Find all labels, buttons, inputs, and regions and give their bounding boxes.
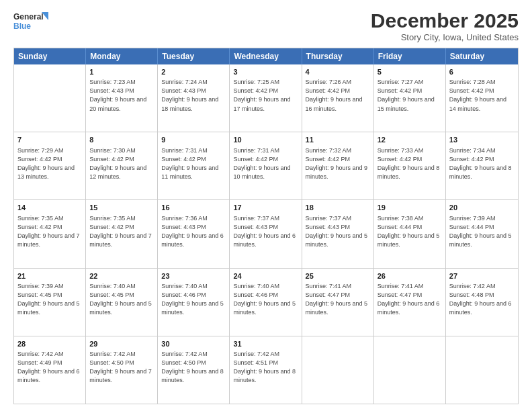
day-number: 23 <box>161 271 226 281</box>
cell-info: Sunrise: 7:36 AM Sunset: 4:43 PM Dayligh… <box>161 214 226 249</box>
day-number: 24 <box>233 271 298 281</box>
calendar-cell-2-1: 15Sunrise: 7:35 AM Sunset: 4:42 PM Dayli… <box>86 200 158 267</box>
calendar-cell-1-6: 13Sunrise: 7:34 AM Sunset: 4:42 PM Dayli… <box>446 132 518 199</box>
cell-info: Sunrise: 7:24 AM Sunset: 4:43 PM Dayligh… <box>161 78 226 113</box>
header-day-thursday: Thursday <box>302 48 374 64</box>
day-number: 27 <box>449 271 515 281</box>
calendar-row-4: 28Sunrise: 7:42 AM Sunset: 4:49 PM Dayli… <box>14 336 518 404</box>
cell-info: Sunrise: 7:37 AM Sunset: 4:43 PM Dayligh… <box>233 214 298 249</box>
calendar: SundayMondayTuesdayWednesdayThursdayFrid… <box>13 48 519 404</box>
cell-info: Sunrise: 7:41 AM Sunset: 4:47 PM Dayligh… <box>306 282 370 317</box>
svg-text:General: General <box>13 12 44 21</box>
calendar-row-1: 7Sunrise: 7:29 AM Sunset: 4:42 PM Daylig… <box>14 132 518 199</box>
page: GeneralBlue December 2025 Story City, Io… <box>0 0 532 411</box>
calendar-cell-0-5: 5Sunrise: 7:27 AM Sunset: 4:42 PM Daylig… <box>374 64 446 132</box>
calendar-cell-4-2: 30Sunrise: 7:42 AM Sunset: 4:50 PM Dayli… <box>158 336 230 404</box>
calendar-cell-3-3: 24Sunrise: 7:40 AM Sunset: 4:46 PM Dayli… <box>230 269 302 336</box>
header-day-saturday: Saturday <box>446 48 518 64</box>
calendar-cell-3-4: 25Sunrise: 7:41 AM Sunset: 4:47 PM Dayli… <box>302 269 374 336</box>
cell-info: Sunrise: 7:38 AM Sunset: 4:44 PM Dayligh… <box>378 214 442 249</box>
day-number: 28 <box>17 339 82 349</box>
cell-info: Sunrise: 7:34 AM Sunset: 4:42 PM Dayligh… <box>449 146 515 181</box>
day-number: 14 <box>17 203 82 213</box>
calendar-cell-1-3: 10Sunrise: 7:31 AM Sunset: 4:42 PM Dayli… <box>230 132 302 199</box>
day-number: 7 <box>17 135 82 145</box>
calendar-cell-0-0 <box>14 64 86 132</box>
calendar-cell-0-2: 2Sunrise: 7:24 AM Sunset: 4:43 PM Daylig… <box>158 64 230 132</box>
header-day-wednesday: Wednesday <box>230 48 302 64</box>
header-day-friday: Friday <box>374 48 446 64</box>
day-number: 17 <box>233 203 298 213</box>
calendar-cell-3-1: 22Sunrise: 7:40 AM Sunset: 4:45 PM Dayli… <box>86 269 158 336</box>
day-number: 31 <box>233 339 298 349</box>
cell-info: Sunrise: 7:40 AM Sunset: 4:45 PM Dayligh… <box>89 282 154 317</box>
day-number: 30 <box>161 339 226 349</box>
calendar-cell-2-0: 14Sunrise: 7:35 AM Sunset: 4:42 PM Dayli… <box>14 200 86 267</box>
day-number: 13 <box>449 135 515 145</box>
cell-info: Sunrise: 7:31 AM Sunset: 4:42 PM Dayligh… <box>161 146 226 181</box>
cell-info: Sunrise: 7:42 AM Sunset: 4:49 PM Dayligh… <box>17 350 82 385</box>
day-number: 3 <box>233 67 298 77</box>
calendar-cell-4-5 <box>374 336 446 404</box>
day-number: 29 <box>89 339 154 349</box>
day-number: 15 <box>89 203 154 213</box>
calendar-row-2: 14Sunrise: 7:35 AM Sunset: 4:42 PM Dayli… <box>14 199 518 267</box>
day-number: 6 <box>449 67 515 77</box>
calendar-cell-0-1: 1Sunrise: 7:23 AM Sunset: 4:43 PM Daylig… <box>86 64 158 132</box>
calendar-cell-1-2: 9Sunrise: 7:31 AM Sunset: 4:42 PM Daylig… <box>158 132 230 199</box>
cell-info: Sunrise: 7:35 AM Sunset: 4:42 PM Dayligh… <box>17 214 82 249</box>
calendar-cell-0-6: 6Sunrise: 7:28 AM Sunset: 4:42 PM Daylig… <box>446 64 518 132</box>
header-day-sunday: Sunday <box>14 48 86 64</box>
cell-info: Sunrise: 7:41 AM Sunset: 4:47 PM Dayligh… <box>378 282 442 317</box>
cell-info: Sunrise: 7:27 AM Sunset: 4:42 PM Dayligh… <box>378 78 442 113</box>
calendar-cell-4-4 <box>302 336 374 404</box>
calendar-cell-2-4: 18Sunrise: 7:37 AM Sunset: 4:43 PM Dayli… <box>302 200 374 267</box>
cell-info: Sunrise: 7:35 AM Sunset: 4:42 PM Dayligh… <box>89 214 154 249</box>
cell-info: Sunrise: 7:32 AM Sunset: 4:42 PM Dayligh… <box>306 146 370 181</box>
calendar-cell-1-5: 12Sunrise: 7:33 AM Sunset: 4:42 PM Dayli… <box>374 132 446 199</box>
cell-info: Sunrise: 7:42 AM Sunset: 4:48 PM Dayligh… <box>449 282 515 317</box>
cell-info: Sunrise: 7:33 AM Sunset: 4:42 PM Dayligh… <box>378 146 442 181</box>
cell-info: Sunrise: 7:28 AM Sunset: 4:42 PM Dayligh… <box>449 78 515 113</box>
cell-info: Sunrise: 7:40 AM Sunset: 4:46 PM Dayligh… <box>161 282 226 317</box>
logo-svg: GeneralBlue <box>13 11 48 32</box>
cell-info: Sunrise: 7:39 AM Sunset: 4:44 PM Dayligh… <box>449 214 515 249</box>
day-number: 22 <box>89 271 154 281</box>
calendar-cell-4-3: 31Sunrise: 7:42 AM Sunset: 4:51 PM Dayli… <box>230 336 302 404</box>
cell-info: Sunrise: 7:29 AM Sunset: 4:42 PM Dayligh… <box>17 146 82 181</box>
cell-info: Sunrise: 7:39 AM Sunset: 4:45 PM Dayligh… <box>17 282 82 317</box>
header: GeneralBlue December 2025 Story City, Io… <box>13 11 519 42</box>
day-number: 5 <box>378 67 442 77</box>
calendar-cell-1-1: 8Sunrise: 7:30 AM Sunset: 4:42 PM Daylig… <box>86 132 158 199</box>
day-number: 2 <box>161 67 226 77</box>
day-number: 21 <box>17 271 82 281</box>
calendar-cell-2-2: 16Sunrise: 7:36 AM Sunset: 4:43 PM Dayli… <box>158 200 230 267</box>
cell-info: Sunrise: 7:26 AM Sunset: 4:42 PM Dayligh… <box>306 78 370 113</box>
calendar-cell-0-3: 3Sunrise: 7:25 AM Sunset: 4:42 PM Daylig… <box>230 64 302 132</box>
day-number: 20 <box>449 203 515 213</box>
day-number: 1 <box>89 67 154 77</box>
day-number: 8 <box>89 135 154 145</box>
day-number: 10 <box>233 135 298 145</box>
cell-info: Sunrise: 7:37 AM Sunset: 4:43 PM Dayligh… <box>306 214 370 249</box>
cell-info: Sunrise: 7:42 AM Sunset: 4:50 PM Dayligh… <box>161 350 226 385</box>
day-number: 26 <box>378 271 442 281</box>
cell-info: Sunrise: 7:40 AM Sunset: 4:46 PM Dayligh… <box>233 282 298 317</box>
calendar-cell-1-4: 11Sunrise: 7:32 AM Sunset: 4:42 PM Dayli… <box>302 132 374 199</box>
cell-info: Sunrise: 7:42 AM Sunset: 4:51 PM Dayligh… <box>233 350 298 385</box>
calendar-body: 1Sunrise: 7:23 AM Sunset: 4:43 PM Daylig… <box>14 64 518 404</box>
calendar-cell-2-5: 19Sunrise: 7:38 AM Sunset: 4:44 PM Dayli… <box>374 200 446 267</box>
cell-info: Sunrise: 7:30 AM Sunset: 4:42 PM Dayligh… <box>89 146 154 181</box>
day-number: 9 <box>161 135 226 145</box>
calendar-row-3: 21Sunrise: 7:39 AM Sunset: 4:45 PM Dayli… <box>14 268 518 336</box>
location: Story City, Iowa, United States <box>371 32 519 42</box>
day-number: 18 <box>306 203 370 213</box>
day-number: 12 <box>378 135 442 145</box>
day-number: 25 <box>306 271 370 281</box>
svg-text:Blue: Blue <box>13 21 31 31</box>
calendar-header: SundayMondayTuesdayWednesdayThursdayFrid… <box>14 48 518 64</box>
calendar-row-0: 1Sunrise: 7:23 AM Sunset: 4:43 PM Daylig… <box>14 64 518 132</box>
header-day-tuesday: Tuesday <box>158 48 230 64</box>
cell-info: Sunrise: 7:25 AM Sunset: 4:42 PM Dayligh… <box>233 78 298 113</box>
calendar-cell-4-1: 29Sunrise: 7:42 AM Sunset: 4:50 PM Dayli… <box>86 336 158 404</box>
